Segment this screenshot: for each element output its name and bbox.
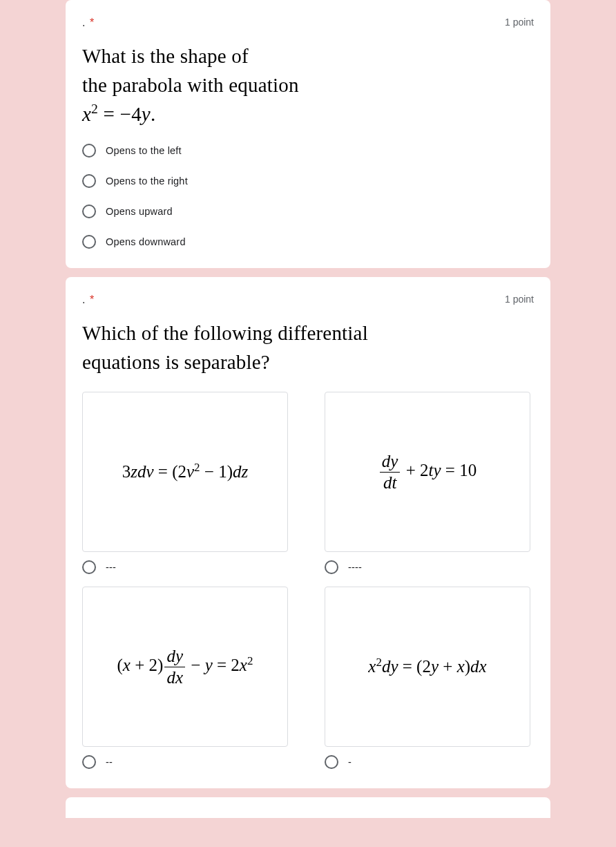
question-text-math: Which of the following differential equa… [82,318,534,377]
question-marker: . * [82,17,94,29]
marker-text: . [82,17,86,28]
math-line-1: What is the shape of [82,41,534,70]
equation-content: 3zdv = (2v2 − 1)dz [122,461,249,482]
radio-option-2[interactable]: Opens to the right [82,174,534,188]
equation-content: (x + 2)dydx − y = 2x2 [117,646,253,688]
option-label: -- [106,756,113,768]
radio-circle-icon[interactable] [82,235,96,249]
radio-circle-icon[interactable] [82,204,96,218]
equation-image-box: 3zdv = (2v2 − 1)dz [82,392,288,552]
equation-content: x2dy = (2y + x)dx [368,656,486,677]
question-marker: . * [82,294,94,306]
equation-image-box: x2dy = (2y + x)dx [325,587,530,747]
points-label: 1 point [505,294,534,305]
equation-content: dydt + 2ty = 10 [378,451,477,493]
radio-option-g1[interactable]: --- [82,560,291,574]
radio-option-3[interactable]: Opens upward [82,204,534,218]
grid-option-3: (x + 2)dydx − y = 2x2 -- [82,587,291,769]
math-line-1: Which of the following differential [82,318,534,348]
option-label: Opens upward [106,206,173,217]
card-header: . * 1 point [82,17,534,29]
question-card-2: . * 1 point Which of the following diffe… [66,277,550,788]
next-card-peek [66,797,550,818]
radio-option-1[interactable]: Opens to the left [82,144,534,158]
grid-option-4: x2dy = (2y + x)dx - [325,587,534,769]
radio-circle-icon[interactable] [325,755,338,769]
radio-option-4[interactable]: Opens downward [82,235,534,249]
radio-circle-icon[interactable] [82,174,96,188]
radio-option-g3[interactable]: -- [82,755,291,769]
math-line-2: the parabola with equation [82,70,534,99]
option-label: Opens to the right [106,175,188,187]
radio-group: Opens to the left Opens to the right Ope… [82,144,534,249]
points-label: 1 point [505,17,534,28]
radio-circle-icon[interactable] [325,560,338,574]
grid-option-1: 3zdv = (2v2 − 1)dz --- [82,392,291,574]
math-equation: x2 = −4y. [82,99,534,129]
option-label: Opens downward [106,236,186,247]
option-label: ---- [348,562,362,573]
marker-text: . [82,294,86,305]
radio-circle-icon[interactable] [82,755,96,769]
option-label: - [348,756,352,768]
math-line-2: equations is separable? [82,348,534,377]
radio-option-g4[interactable]: - [325,755,534,769]
grid-option-2: dydt + 2ty = 10 ---- [325,392,534,574]
question-card-1: . * 1 point What is the shape of the par… [66,0,550,268]
required-asterisk: * [90,17,94,28]
card-header: . * 1 point [82,294,534,306]
option-label: Opens to the left [106,145,182,156]
image-radio-grid: 3zdv = (2v2 − 1)dz --- dydt + 2ty = 10 -… [82,392,534,769]
required-asterisk: * [90,294,94,305]
radio-circle-icon[interactable] [82,144,96,158]
equation-image-box: (x + 2)dydx − y = 2x2 [82,587,288,747]
radio-circle-icon[interactable] [82,560,96,574]
equation-image-box: dydt + 2ty = 10 [325,392,530,552]
radio-option-g2[interactable]: ---- [325,560,534,574]
question-text-math: What is the shape of the parabola with e… [82,41,534,129]
option-label: --- [106,562,116,573]
